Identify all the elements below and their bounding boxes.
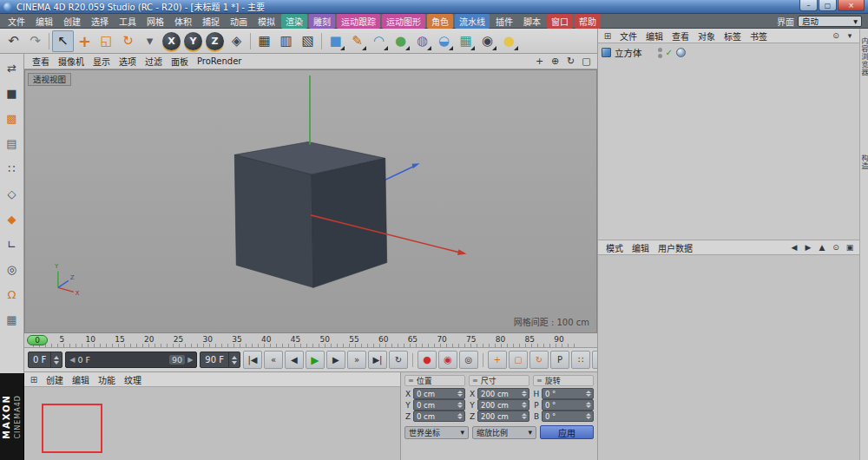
menubar-item[interactable]: 插件 — [491, 14, 517, 29]
apply-button[interactable]: 应用 — [540, 425, 594, 439]
search-icon[interactable]: ⊙ — [830, 241, 842, 253]
toggle-view-icon[interactable]: ▢ — [579, 55, 594, 68]
viewport-menu-item[interactable]: 显示 — [89, 54, 115, 69]
material-menu-item[interactable]: 纹理 — [120, 372, 146, 387]
filter-icon[interactable]: ▾ — [844, 30, 856, 42]
enable-axis-icon[interactable]: ∟ — [3, 234, 22, 253]
locked-workplane-icon[interactable]: ▦ — [3, 310, 22, 329]
prev-key-button[interactable]: « — [264, 351, 283, 369]
menubar-item[interactable]: 选择 — [87, 14, 113, 29]
record-keyframe-button[interactable]: ● — [418, 351, 437, 369]
rotate-view-icon[interactable]: ↻ — [563, 55, 578, 68]
recent-tool-dropdown[interactable]: ▾ — [139, 30, 161, 52]
timeline-ruler[interactable]: 051015202530354045505560657075808590 0 — [24, 333, 597, 348]
record-rotation-toggle[interactable]: ↻ — [529, 351, 549, 369]
attribute-manager-menu-item[interactable]: 编辑 — [628, 240, 654, 255]
coordinate-field[interactable]: 200 cm — [477, 411, 529, 422]
object-list[interactable]: 立方体 ✓ — [598, 43, 859, 240]
object-row-cube[interactable]: 立方体 ✓ — [598, 43, 859, 62]
texture-mode-icon[interactable]: ▩ — [3, 108, 22, 128]
playhead[interactable]: 0 — [27, 335, 48, 345]
move-tool[interactable]: + — [74, 30, 95, 52]
maximize-button[interactable]: ▢ — [819, 0, 837, 11]
goto-start-button[interactable]: |◀ — [243, 351, 262, 369]
polygons-mode-icon[interactable]: ◆ — [3, 209, 22, 228]
record-parameter-toggle[interactable]: P — [550, 351, 569, 369]
coordinate-mode-select[interactable]: 世界坐标 ▾ — [404, 426, 469, 439]
menubar-item[interactable]: 工具 — [115, 14, 141, 29]
menubar-item[interactable]: 运动跟踪 — [337, 14, 380, 29]
viewport-menu-item[interactable]: ProRender — [193, 56, 246, 67]
material-list-area[interactable] — [24, 387, 400, 460]
lock-x-button[interactable]: X — [162, 32, 181, 50]
attribute-manager-menu-item[interactable]: 模式 — [602, 240, 628, 255]
menubar-item[interactable]: 文件 — [3, 14, 30, 29]
lock-icon[interactable]: ▣ — [844, 241, 856, 253]
record-position-toggle[interactable]: + — [488, 351, 507, 369]
model-mode-icon[interactable]: ■ — [3, 83, 22, 102]
lock-z-button[interactable]: Z — [206, 32, 224, 50]
menubar-item[interactable]: 捕捉 — [198, 14, 224, 29]
redo-icon[interactable]: ↷ — [24, 30, 46, 52]
viewport-menu-item[interactable]: 摄像机 — [54, 54, 89, 69]
coordinate-column-header[interactable]: ≡ 位置 — [404, 375, 465, 386]
up-arrow-icon[interactable]: ▲ — [816, 241, 828, 253]
loop-button[interactable]: ↻ — [389, 351, 408, 369]
current-frame-spinner[interactable]: 0 F — [28, 352, 62, 368]
visibility-dots[interactable] — [658, 48, 662, 58]
material-menu-item[interactable]: 创建 — [42, 372, 68, 387]
menubar-item[interactable]: 创建 — [59, 14, 85, 29]
viewport-canvas[interactable]: Y X Z 透视视图 网格间距 : 100 cm — [24, 69, 597, 333]
make-editable-icon[interactable]: ⇄ — [3, 58, 22, 77]
pan-view-icon[interactable]: + — [532, 55, 547, 68]
zoom-view-icon[interactable]: ⊕ — [548, 55, 562, 68]
menubar-item[interactable]: 角色 — [427, 14, 453, 29]
attribute-manager-menu-item[interactable]: 用户数据 — [654, 240, 697, 255]
goto-end-button[interactable]: ▶| — [368, 351, 387, 369]
points-mode-icon[interactable]: ∷ — [3, 159, 22, 178]
coordinate-field[interactable]: 0 cm — [413, 388, 465, 399]
cube-object-icon[interactable] — [602, 48, 611, 57]
tab-content-browser[interactable]: 内容浏览器 — [859, 29, 868, 85]
camera-button[interactable]: ◉ — [477, 30, 498, 52]
menubar-item[interactable]: 体积 — [170, 14, 196, 29]
coordinate-field[interactable]: 0 ° — [542, 411, 594, 422]
undo-icon[interactable]: ↶ — [3, 30, 24, 52]
material-menu-item[interactable]: 功能 — [94, 372, 120, 387]
lock-y-button[interactable]: Y — [184, 32, 202, 50]
render-picture-viewer-icon[interactable]: ▥ — [275, 30, 297, 52]
keyframe-selection-button[interactable]: ◎ — [459, 351, 478, 369]
menubar-item[interactable]: 窗口 — [547, 14, 573, 29]
menubar-item[interactable]: 雕刻 — [309, 14, 335, 29]
close-button[interactable]: × — [838, 0, 865, 11]
object-manager-menu-item[interactable]: 书签 — [746, 29, 772, 43]
menubar-item[interactable]: 动画 — [226, 14, 252, 29]
spinner-arrows-icon[interactable] — [228, 352, 240, 367]
menubar-item[interactable]: 脚本 — [519, 14, 545, 29]
viewport-menu-item[interactable]: 选项 — [115, 54, 141, 69]
next-key-button[interactable]: » — [347, 351, 366, 369]
record-pla-toggle[interactable]: ∷ — [571, 351, 590, 369]
generator-button[interactable]: ◍ — [411, 30, 433, 52]
coordinate-column-header[interactable]: ≡ 旋转 — [533, 375, 594, 386]
prev-frame-button[interactable]: ◀ — [285, 351, 304, 369]
subdivision-surface-button[interactable]: ● — [390, 30, 411, 52]
object-manager-menu-item[interactable]: 文件 — [615, 29, 641, 43]
coordinate-column-header[interactable]: ≡ 尺寸 — [469, 375, 529, 386]
forward-arrow-icon[interactable]: ▶ — [802, 241, 814, 253]
size-mode-select[interactable]: 缩放比例 ▾ — [472, 426, 536, 439]
preview-range-slider[interactable]: ◀ 0 F 90 ▶ — [65, 352, 197, 368]
menubar-item[interactable]: 网格 — [142, 14, 168, 29]
rotate-tool[interactable]: ↻ — [117, 30, 139, 52]
pen-tool-button[interactable]: ✎ — [346, 30, 368, 52]
material-menu-item[interactable]: 编辑 — [68, 372, 94, 387]
panel-menu-icon[interactable]: ⊞ — [28, 375, 40, 384]
cube-object[interactable] — [234, 141, 386, 287]
next-frame-button[interactable]: ▶ — [326, 351, 345, 369]
menubar-item[interactable]: 流水线 — [455, 14, 490, 29]
search-icon[interactable]: ⊙ — [830, 30, 842, 42]
layout-select[interactable]: 启动 ▾ — [798, 16, 862, 27]
menubar-item[interactable]: 模拟 — [253, 14, 279, 29]
object-manager-menu-item[interactable]: 查看 — [667, 29, 694, 43]
coordinate-system-icon[interactable]: ◈ — [226, 30, 247, 52]
